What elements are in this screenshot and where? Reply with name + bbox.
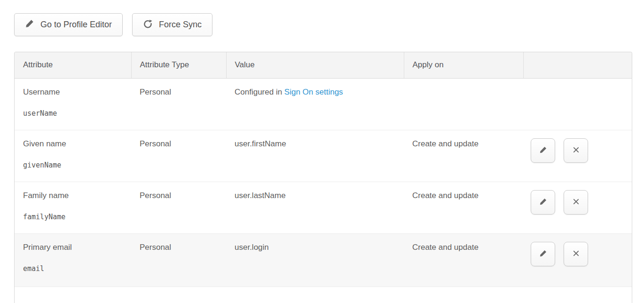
go-to-profile-editor-button[interactable]: Go to Profile Editor (14, 13, 123, 36)
header-attribute: Attribute (15, 52, 131, 78)
attribute-cell: Given namegivenName (15, 130, 131, 182)
attribute-table-body: UsernameuserNamePersonalConfigured in Si… (15, 78, 632, 303)
value-cell: user.firstName (226, 130, 404, 182)
attribute-label: Given name (23, 139, 131, 149)
actions-cell (523, 130, 632, 182)
apply-on-cell: Create and update (404, 130, 523, 182)
close-icon (572, 198, 580, 207)
attribute-variable: givenName (23, 161, 131, 169)
attribute-type-cell: Personal (131, 78, 226, 130)
attribute-type-text: Personal (140, 191, 171, 200)
attribute-type-text: Personal (140, 88, 171, 96)
close-icon (572, 249, 580, 259)
attribute-type-cell: Personal (131, 233, 226, 287)
value-text: Configured in (235, 88, 284, 96)
table-row-partial (15, 287, 632, 303)
apply-on-cell: Create and update (404, 233, 523, 287)
table-row: UsernameuserNamePersonalConfigured in Si… (15, 78, 632, 130)
attribute-cell: Family namefamilyName (15, 182, 131, 233)
actions-cell (523, 233, 632, 287)
table-row: Primary emailemailPersonaluser.loginCrea… (15, 233, 632, 287)
attribute-cell: Primary emailemail (15, 233, 131, 287)
force-sync-label: Force Sync (159, 20, 202, 30)
value-text: user.login (235, 243, 269, 252)
attribute-label: Username (23, 88, 131, 97)
apply-on-text: Create and update (412, 243, 479, 252)
actions-cell (523, 78, 632, 130)
sync-icon (143, 19, 153, 31)
header-apply-on: Apply on (404, 52, 523, 78)
attribute-type-text: Personal (140, 243, 171, 252)
attribute-mapping-table: Attribute Attribute Type Value Apply on … (14, 52, 632, 303)
value-text: user.lastName (235, 191, 286, 200)
edit-attribute-button[interactable] (531, 138, 555, 163)
attribute-type-cell: Personal (131, 130, 226, 182)
value-cell: user.login (226, 233, 404, 287)
attribute-type-cell: Personal (131, 182, 226, 233)
header-value: Value (226, 52, 404, 78)
pencil-icon (539, 249, 547, 259)
remove-attribute-button[interactable] (564, 138, 588, 163)
attribute-variable: familyName (23, 213, 131, 221)
value-text: user.firstName (235, 139, 286, 148)
apply-on-cell (404, 78, 523, 130)
force-sync-button[interactable]: Force Sync (132, 13, 212, 36)
table-header: Attribute Attribute Type Value Apply on (15, 52, 632, 78)
go-to-profile-editor-label: Go to Profile Editor (40, 20, 112, 30)
attribute-label: Primary email (23, 243, 131, 252)
apply-on-text: Create and update (412, 191, 479, 200)
value-cell: Configured in Sign On settings (226, 78, 404, 130)
attribute-label: Family name (23, 191, 131, 200)
close-icon (572, 146, 580, 155)
header-actions (523, 52, 632, 78)
remove-attribute-button[interactable] (564, 242, 588, 266)
pencil-icon (539, 198, 547, 207)
apply-on-text: Create and update (412, 139, 479, 148)
table-row: Family namefamilyNamePersonaluser.lastNa… (15, 182, 632, 233)
actions-cell (523, 182, 632, 233)
remove-attribute-button[interactable] (564, 190, 588, 215)
pencil-icon (539, 146, 547, 155)
value-cell: user.lastName (226, 182, 404, 233)
header-attribute-type: Attribute Type (131, 52, 226, 78)
attribute-cell: UsernameuserName (15, 78, 131, 130)
toolbar: Go to Profile Editor Force Sync (14, 13, 212, 36)
edit-attribute-button[interactable] (531, 242, 555, 266)
apply-on-cell: Create and update (404, 182, 523, 233)
partial-row-cell (15, 287, 632, 303)
attribute-variable: email (23, 264, 131, 273)
sign-on-settings-link[interactable]: Sign On settings (284, 88, 343, 96)
attribute-type-text: Personal (140, 139, 171, 148)
attribute-variable: userName (23, 109, 131, 118)
pencil-icon (25, 19, 34, 31)
table-row: Given namegivenNamePersonaluser.firstNam… (15, 130, 632, 182)
edit-attribute-button[interactable] (531, 190, 555, 215)
